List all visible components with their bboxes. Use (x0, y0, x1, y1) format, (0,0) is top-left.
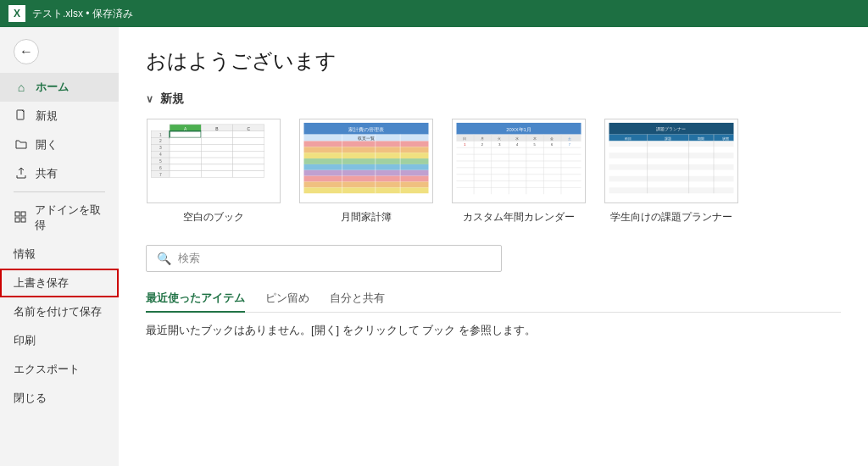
sidebar-item-save-as[interactable]: 名前を付けて保存 (0, 297, 119, 326)
svg-rect-107 (609, 182, 734, 188)
svg-rect-32 (201, 158, 232, 164)
sidebar-item-addon-label: アドインを取得 (35, 202, 105, 233)
svg-rect-23 (201, 138, 232, 145)
share-icon (14, 167, 29, 181)
search-bar[interactable]: 🔍 検索 (146, 245, 502, 272)
svg-text:水: 水 (515, 136, 519, 141)
template-monthly-budget-label: 月間家計簿 (341, 210, 392, 225)
svg-rect-39 (233, 171, 264, 178)
svg-rect-102 (609, 153, 734, 158)
sidebar-item-close[interactable]: 閉じる (0, 384, 119, 413)
svg-text:収支一覧: 収支一覧 (358, 136, 375, 141)
template-blank-thumb: A B C (147, 119, 281, 203)
sidebar-item-new[interactable]: 新規 (0, 102, 119, 130)
section-new-header: ∨ 新規 (146, 92, 841, 107)
svg-text:6: 6 (551, 142, 553, 147)
addon-icon (14, 211, 28, 225)
svg-text:B: B (215, 127, 218, 131)
svg-rect-103 (609, 158, 734, 164)
svg-text:科目: 科目 (625, 136, 632, 141)
svg-text:3: 3 (498, 142, 500, 147)
sidebar-divider (14, 191, 105, 192)
tab-pinned[interactable]: ピン留め (265, 286, 309, 312)
new-file-icon (14, 109, 29, 124)
svg-text:課題プランナー: 課題プランナー (657, 126, 687, 131)
svg-text:2: 2 (159, 139, 162, 143)
svg-rect-34 (170, 164, 201, 171)
svg-text:20XX年1月: 20XX年1月 (506, 127, 531, 132)
sidebar-item-close-label: 閉じる (14, 391, 47, 404)
sidebar-item-save-overwrite-label: 上書き保存 (14, 275, 69, 291)
search-icon: 🔍 (157, 252, 171, 265)
svg-text:状態: 状態 (721, 136, 729, 141)
search-placeholder-text: 検索 (178, 251, 200, 266)
svg-rect-4 (21, 218, 25, 222)
svg-rect-53 (304, 147, 429, 153)
greeting-text: おはようございます (146, 47, 841, 75)
svg-text:金: 金 (550, 136, 554, 141)
content-area: おはようございます ∨ 新規 (119, 27, 868, 466)
svg-text:期限: 期限 (698, 136, 704, 141)
back-button[interactable]: ← (14, 39, 39, 64)
svg-rect-25 (170, 144, 201, 151)
svg-text:3: 3 (159, 146, 162, 150)
sidebar-item-open[interactable]: 開く (0, 130, 119, 159)
sidebar-item-info[interactable]: 情報 (0, 240, 119, 269)
svg-rect-52 (304, 141, 429, 147)
svg-text:2: 2 (481, 142, 483, 147)
sidebar-item-addon[interactable]: アドインを取得 (0, 196, 119, 240)
svg-rect-104 (609, 164, 734, 170)
svg-rect-105 (609, 170, 734, 176)
svg-rect-100 (609, 141, 734, 147)
template-blank[interactable]: A B C (146, 119, 281, 225)
open-folder-icon (14, 138, 29, 153)
template-planner[interactable]: 課題プランナー (604, 119, 739, 225)
chevron-down-icon: ∨ (146, 93, 153, 105)
template-monthly-budget[interactable]: 家計費の管理表 収支一覧 (298, 119, 434, 225)
template-calendar[interactable]: 20XX年1月 (451, 119, 587, 225)
svg-text:6: 6 (159, 166, 162, 170)
templates-grid: A B C (146, 119, 841, 225)
svg-text:C: C (247, 127, 250, 131)
svg-rect-29 (201, 151, 232, 158)
sidebar-item-export-label: エクスポート (14, 363, 80, 375)
sidebar-item-new-label: 新規 (36, 108, 58, 124)
svg-text:5: 5 (159, 159, 162, 164)
svg-text:7: 7 (159, 173, 162, 177)
svg-text:土: 土 (568, 136, 571, 141)
sidebar-item-print[interactable]: 印刷 (0, 326, 119, 355)
svg-text:月: 月 (481, 136, 484, 141)
sidebar-item-print-label: 印刷 (14, 334, 36, 347)
sidebar-item-export[interactable]: エクスポート (0, 355, 119, 384)
tab-shared[interactable]: 自分と共有 (330, 286, 385, 312)
svg-rect-101 (609, 147, 734, 153)
svg-rect-22 (170, 138, 201, 145)
svg-rect-33 (233, 158, 264, 164)
sidebar-item-save-overwrite[interactable]: 上書き保存 (0, 269, 119, 297)
svg-rect-28 (170, 151, 201, 158)
recent-empty-message: 最近開いたブックはありません。[開く] をクリックして ブック を参照します。 (146, 323, 841, 338)
sidebar-item-home[interactable]: ⌂ ホーム (0, 73, 119, 102)
template-calendar-thumb: 20XX年1月 (452, 119, 586, 203)
section-new-label: 新規 (160, 92, 184, 107)
sidebar-item-share-label: 共有 (36, 166, 58, 181)
svg-rect-26 (201, 144, 232, 151)
sidebar-item-info-label: 情報 (14, 247, 36, 260)
svg-text:1: 1 (464, 142, 465, 147)
svg-text:家計費の管理表: 家計費の管理表 (348, 126, 384, 132)
svg-rect-108 (609, 187, 734, 193)
svg-text:1: 1 (159, 133, 162, 137)
back-button-area: ← (0, 34, 119, 69)
svg-rect-35 (201, 164, 232, 171)
tab-shared-label: 自分と共有 (330, 291, 385, 304)
sidebar: ← ⌂ ホーム 新規 開く 共有 (0, 27, 119, 466)
sidebar-item-share[interactable]: 共有 (0, 159, 119, 188)
home-icon: ⌂ (14, 80, 29, 94)
svg-rect-36 (233, 164, 264, 171)
svg-rect-56 (304, 164, 429, 170)
sidebar-item-save-as-label: 名前を付けて保存 (14, 305, 102, 318)
svg-rect-59 (304, 182, 429, 188)
tab-recent[interactable]: 最近使ったアイテム (146, 286, 245, 313)
sidebar-item-home-label: ホーム (36, 80, 69, 95)
svg-text:4: 4 (159, 153, 162, 157)
